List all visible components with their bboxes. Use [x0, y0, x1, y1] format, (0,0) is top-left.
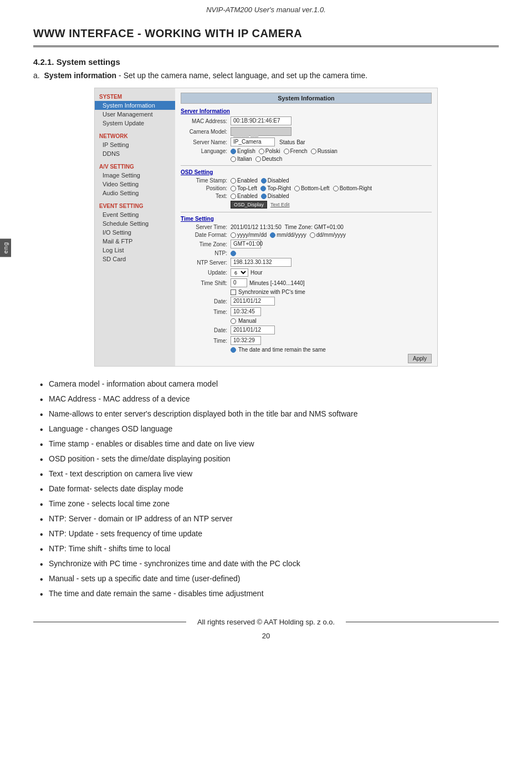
date-value[interactable]: 2011/01/12: [231, 297, 275, 306]
lang-deutsch[interactable]: Deutsch: [255, 156, 283, 162]
ntp-radio[interactable]: [231, 251, 236, 256]
lang-english[interactable]: English: [231, 148, 255, 154]
language-options2: Italian Deutsch: [231, 156, 282, 162]
sync-row: Synchronize with PC's time: [181, 289, 432, 295]
mac-value[interactable]: 00:1B:9D:21:46:E7: [231, 116, 291, 125]
sidebar-event-setting[interactable]: Event Setting: [95, 210, 175, 219]
lang-italian[interactable]: Italian: [231, 156, 252, 162]
bullet-ntp-timeshift: NTP: Time shift - shifts time to local: [39, 541, 499, 556]
section-title: WWW INTERFACE - WORKING WITH IP CAMERA: [0, 17, 532, 45]
language-row2: Italian Deutsch: [181, 156, 432, 162]
sidebar-io-setting[interactable]: I/O Setting: [95, 228, 175, 237]
bullet-timezone: Time zone - selects local time zone: [39, 496, 499, 511]
bullet-timestamp: Time stamp - enables or disables time an…: [39, 436, 499, 451]
position-row: Position: Top-Left Top-Right Bottom-Left…: [181, 185, 432, 191]
date-dmy[interactable]: dd/mm/yyyy: [310, 232, 346, 238]
pos-topleft[interactable]: Top-Left: [231, 185, 257, 191]
timezone-row: Time Zone: GMT+01:00: [181, 240, 432, 248]
manual-radio[interactable]: [231, 318, 236, 324]
update-unit: Hour: [250, 270, 263, 276]
bullet-text: Text - text description on camera live v…: [39, 466, 499, 481]
date-label: Date:: [181, 298, 231, 304]
ntp-server-label: NTP Server:: [181, 260, 231, 266]
manual-date-value[interactable]: 2011/01/12: [231, 326, 275, 334]
pos-topright[interactable]: Top-Right: [260, 185, 291, 191]
sidebar-ddns[interactable]: DDNS: [95, 149, 175, 158]
ntp-server-row: NTP Server: 198.123.30.132: [181, 258, 432, 267]
footer-text: All rights reserved © AAT Holding sp. z …: [197, 618, 335, 626]
timestamp-options: Enabled Disabled: [231, 177, 289, 184]
manual-label: Manual: [238, 318, 257, 324]
date-ymd[interactable]: yyyy/mm/dd: [231, 232, 267, 238]
bullet-manual: Manual - sets up a specific date and tim…: [39, 571, 499, 586]
pos-bottomright[interactable]: Bottom-Right: [333, 185, 372, 191]
text-edit-link[interactable]: Text Edit: [270, 202, 290, 207]
sidebar-mail-ftp[interactable]: Mail & FTP: [95, 237, 175, 246]
bullet-language: Language - changes OSD language: [39, 421, 499, 436]
manual-time-label: Time:: [181, 338, 231, 344]
remain-radio[interactable]: [231, 347, 236, 353]
top-divider: [33, 45, 499, 47]
server-name-value[interactable]: IP_Camera: [231, 138, 275, 146]
page-header: NVIP-ATM200 User's manual ver.1.0.: [0, 0, 532, 17]
timestamp-enabled[interactable]: Enabled: [231, 177, 258, 184]
timezone-value[interactable]: GMT+01:00: [231, 240, 261, 248]
subsection-title: 4.2.1. System settings: [33, 57, 499, 67]
page-number: 20: [0, 632, 532, 647]
date-row: Date: 2011/01/12: [181, 297, 432, 306]
screenshot-sidebar: SYSTEM System Information User Managemen…: [95, 88, 175, 366]
time-value[interactable]: 10:32:45: [231, 307, 261, 316]
manual-time-value[interactable]: 10:32:29: [231, 336, 261, 345]
remain-label: The date and time remain the same: [238, 347, 326, 353]
timeshift-value[interactable]: 0: [231, 278, 247, 287]
text-disabled[interactable]: Disabled: [261, 193, 289, 199]
bullet-osd-position: OSD position - sets the dime/date displa…: [39, 451, 499, 466]
pos-bottomleft[interactable]: Bottom-Left: [294, 185, 330, 191]
camera-model-value[interactable]: ████ ██████ ████ ██: [231, 127, 291, 136]
event-header: EVENT SETTING: [95, 201, 175, 210]
ntp-server-value[interactable]: 198.123.30.132: [231, 258, 291, 267]
sidebar-system-update[interactable]: System Update: [95, 119, 175, 128]
camera-model-label: Camera Model:: [181, 129, 231, 135]
update-label: Update:: [181, 270, 231, 276]
status-bar-label: Status Bar: [279, 139, 305, 145]
position-label: Position:: [181, 185, 231, 191]
lang-polski[interactable]: Polski: [259, 148, 280, 154]
sidebar-user-management[interactable]: User Management: [95, 110, 175, 119]
manual-row: Manual: [181, 318, 432, 324]
server-name-row: Server Name: IP_Camera Status Bar: [181, 138, 432, 146]
network-header: NETWORK: [95, 131, 175, 140]
update-select[interactable]: 6: [231, 268, 248, 277]
timezone-label: Time Zone:: [181, 241, 231, 247]
sidebar-log-list[interactable]: Log List: [95, 246, 175, 255]
sidebar-video-setting[interactable]: Video Setting: [95, 180, 175, 189]
osd-btn-row: OSD_Display Text Edit: [181, 201, 432, 209]
manual-date-row: Date: 2011/01/12: [181, 326, 432, 334]
server-info-label: Server Information: [181, 108, 432, 114]
lang-french[interactable]: French: [284, 148, 308, 154]
osd-display-button[interactable]: OSD_Display: [231, 201, 267, 209]
sidebar-sd-card[interactable]: SD Card: [95, 255, 175, 263]
footer-line-left: [33, 622, 186, 622]
mac-row: MAC Address: 00:1B:9D:21:46:E7: [181, 116, 432, 125]
sidebar-system-information[interactable]: System Information: [95, 101, 175, 110]
bullet-ntp-update: NTP: Update - sets frequency of time upd…: [39, 526, 499, 541]
server-time-label: Server Time:: [181, 224, 231, 230]
bullet-ntp-server: NTP: Server - domain or IP address of an…: [39, 511, 499, 526]
lang-russian[interactable]: Russian: [311, 148, 337, 154]
timeshift-row: Time Shift: 0 Minutes [-1440...1440]: [181, 278, 432, 287]
footer-line-right: [346, 622, 499, 622]
date-format-options: yyyy/mm/dd mm/dd/yyyy dd/mm/yyyy: [231, 232, 346, 238]
sidebar-audio-setting[interactable]: Audio Setting: [95, 189, 175, 197]
sidebar-ip-setting[interactable]: IP Setting: [95, 140, 175, 149]
intro-paragraph: a. System information - Set up the camer…: [33, 71, 499, 80]
bullet-date-format: Date format- selects date display mode: [39, 481, 499, 496]
text-enabled[interactable]: Enabled: [231, 193, 258, 199]
timestamp-disabled[interactable]: Disabled: [261, 177, 289, 184]
sidebar-image-setting[interactable]: Image Setting: [95, 171, 175, 180]
apply-button[interactable]: Apply: [408, 354, 432, 363]
bullet-camera-model: Camera model - information about camera …: [39, 377, 499, 392]
sidebar-schedule-setting[interactable]: Schedule Setting: [95, 219, 175, 228]
sync-checkbox[interactable]: [231, 290, 236, 295]
date-mdy[interactable]: mm/dd/yyyy: [270, 232, 306, 238]
